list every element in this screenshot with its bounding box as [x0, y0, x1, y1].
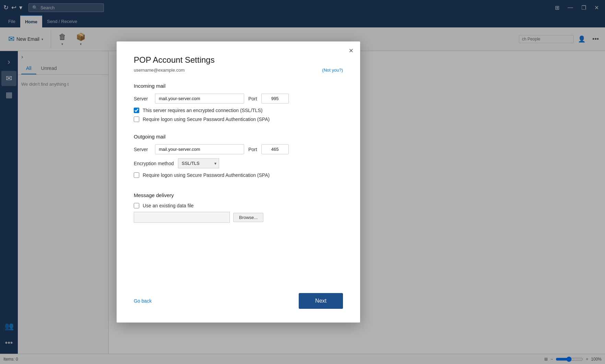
outgoing-spa-checkbox[interactable] [134, 172, 139, 178]
data-file-label: Use an existing data file [143, 203, 194, 208]
outgoing-spa-checkbox-row: Require logon using Secure Password Auth… [134, 172, 343, 178]
next-button[interactable]: Next [299, 293, 343, 309]
outgoing-port-label: Port [248, 147, 257, 152]
pop-account-settings-dialog: × POP Account Settings username@example.… [117, 41, 360, 323]
outlook-window: ↻ ↩ ▾ 🔍 Search ⊞ — ❐ ✕ File Home Send / … [0, 0, 605, 364]
incoming-port-label: Port [248, 96, 257, 101]
incoming-mail-title: Incoming mail [134, 83, 343, 89]
data-file-checkbox[interactable] [134, 203, 139, 208]
data-file-checkbox-row: Use an existing data file [134, 203, 343, 208]
outgoing-port-input[interactable] [261, 144, 289, 154]
encryption-select-wrap: SSL/TLS STARTTLS None ▾ [178, 158, 219, 168]
message-delivery-title: Message delivery [134, 192, 343, 198]
outgoing-mail-title: Outgoing mail [134, 134, 343, 139]
incoming-server-row: Server Port [134, 94, 343, 104]
incoming-server-label: Server [134, 96, 151, 101]
go-back-link[interactable]: Go back [134, 298, 152, 304]
dialog-footer: Go back Next [134, 279, 343, 309]
data-file-path-input[interactable] [134, 212, 230, 223]
encryption-row: Encryption method SSL/TLS STARTTLS None … [134, 158, 343, 168]
browse-button[interactable]: Browse... [233, 213, 263, 222]
outgoing-spa-label: Require logon using Secure Password Auth… [143, 172, 270, 178]
outgoing-server-input[interactable] [155, 144, 244, 154]
outgoing-server-row: Server Port [134, 144, 343, 154]
encryption-select[interactable]: SSL/TLS STARTTLS None [178, 158, 219, 168]
dialog-user-email: username@example.com [134, 68, 185, 73]
not-you-link[interactable]: (Not you?) [322, 68, 343, 73]
dialog-subtitle: username@example.com (Not you?) [134, 68, 343, 73]
incoming-ssl-checkbox[interactable] [134, 108, 139, 113]
message-delivery-section: Message delivery Use an existing data fi… [134, 192, 343, 223]
incoming-ssl-label: This server requires an encrypted connec… [143, 108, 262, 113]
outgoing-server-label: Server [134, 147, 151, 152]
incoming-spa-checkbox[interactable] [134, 117, 139, 122]
incoming-ssl-checkbox-row: This server requires an encrypted connec… [134, 108, 343, 113]
incoming-spa-label: Require logon using Secure Password Auth… [143, 117, 270, 122]
incoming-server-input[interactable] [155, 94, 244, 104]
incoming-spa-checkbox-row: Require logon using Secure Password Auth… [134, 117, 343, 122]
dialog-close-button[interactable]: × [349, 47, 353, 54]
encryption-label: Encryption method [134, 161, 174, 166]
incoming-port-input[interactable] [261, 94, 289, 104]
dialog-title: POP Account Settings [134, 55, 343, 65]
data-file-row: Browse... [134, 212, 343, 223]
dialog-overlay: × POP Account Settings username@example.… [0, 0, 605, 364]
